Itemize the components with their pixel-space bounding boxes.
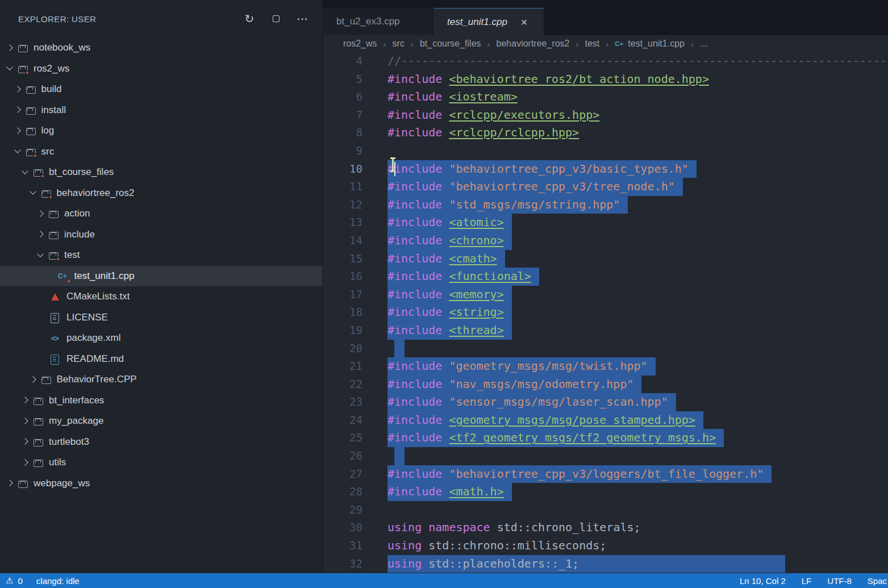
code-token: "sensor_msgs/msg/laser_scan.hpp" bbox=[449, 395, 668, 408]
tree-item-include[interactable]: include bbox=[0, 224, 322, 245]
tree-item-test_unit1.cpp[interactable]: C+test_unit1.cpp bbox=[0, 266, 322, 287]
tree-item-behaviortree_ros2[interactable]: behaviortree_ros2 bbox=[0, 183, 322, 204]
tree-item-BehaviorTree.CPP[interactable]: BehaviorTree.CPP bbox=[0, 369, 322, 390]
tree-item-notebook_ws[interactable]: notebook_ws bbox=[0, 37, 322, 59]
code-line-30[interactable]: 30using namespace std::chrono_literals; bbox=[323, 519, 888, 537]
chevron-right-icon bbox=[12, 84, 23, 95]
collapse-folders-icon[interactable] bbox=[270, 13, 282, 24]
code-line-14[interactable]: 14#include <chrono> bbox=[323, 232, 888, 250]
chevron-right-icon bbox=[12, 105, 23, 115]
encoding-indicator[interactable]: UTF-8 bbox=[827, 576, 852, 586]
eol-indicator[interactable]: LF bbox=[802, 576, 812, 586]
code-line-22[interactable]: 22#include "nav_msgs/msg/odometry.hpp" bbox=[323, 376, 888, 394]
tree-item-README.md[interactable]: README.md bbox=[0, 349, 322, 370]
tree-item-build[interactable]: build bbox=[0, 79, 322, 100]
git-modified-dot bbox=[25, 70, 30, 75]
code-line-29[interactable]: 29 bbox=[323, 501, 888, 519]
code-line-11[interactable]: 11#include "behaviortree_cpp_v3/tree_nod… bbox=[323, 178, 888, 196]
code-line-20[interactable]: 20 bbox=[323, 340, 888, 358]
tree-item-label: LICENSE bbox=[66, 312, 108, 323]
code-text bbox=[387, 447, 405, 465]
code-text: #include <math.h> bbox=[387, 483, 512, 501]
tab-bt_u2_ex3.cpp[interactable]: bt_u2_ex3.cpp bbox=[323, 8, 433, 35]
cursor-position[interactable]: Ln 10, Col 2 bbox=[740, 576, 786, 586]
explorer-sidebar: EXPLORER: USER ↻ ··· notebook_wsros2_wsb… bbox=[0, 0, 323, 573]
code-line-19[interactable]: 19#include <thread> bbox=[323, 322, 888, 340]
code-text: #include <thread> bbox=[387, 322, 512, 340]
selection-highlight: #include "nav_msgs/msg/odometry.hpp" bbox=[387, 376, 641, 394]
breadcrumb-item[interactable]: test_unit1.cpp bbox=[628, 39, 685, 49]
breadcrumb-separator: › bbox=[487, 39, 490, 49]
tree-item-ros2_ws[interactable]: ros2_ws bbox=[0, 59, 322, 80]
tree-item-turtlebot3[interactable]: turtlebot3 bbox=[0, 432, 322, 453]
tree-item-CMakeLists.txt[interactable]: CMakeLists.txt bbox=[0, 286, 322, 307]
code-line-9[interactable]: 9 bbox=[323, 142, 888, 160]
tree-item-log[interactable]: log bbox=[0, 120, 322, 141]
code-line-26[interactable]: 26 bbox=[323, 447, 888, 465]
breadcrumb-item[interactable]: bt_course_files bbox=[420, 39, 481, 49]
tree-item-action[interactable]: action bbox=[0, 203, 322, 224]
selection-highlight: #include <geometry_msgs/msg/pose_stamped… bbox=[387, 411, 703, 429]
tree-item-webpage_ws[interactable]: webpage_ws bbox=[0, 473, 322, 494]
tab-test_unit1.cpp[interactable]: test_unit1.cpp× bbox=[433, 8, 544, 35]
code-token: #include bbox=[387, 305, 449, 319]
tree-item-package.xml[interactable]: <>package.xml bbox=[0, 328, 322, 349]
line-number: 31 bbox=[323, 537, 362, 555]
code-line-23[interactable]: 23#include "sensor_msgs/msg/laser_scan.h… bbox=[323, 393, 888, 411]
breadcrumb-item[interactable]: src bbox=[393, 39, 405, 49]
code-line-28[interactable]: 28#include <math.h> bbox=[323, 483, 888, 501]
language-server-status[interactable]: clangd: idle bbox=[36, 576, 80, 586]
code-line-15[interactable]: 15#include <cmath> bbox=[323, 250, 888, 268]
tree-item-test[interactable]: test bbox=[0, 245, 322, 266]
tree-item-label: build bbox=[41, 84, 62, 95]
tree-item-bt_interfaces[interactable]: bt_interfaces bbox=[0, 390, 322, 411]
code-line-8[interactable]: 8#include <rclcpp/rclcpp.hpp> bbox=[323, 124, 888, 142]
code-text: using namespace std::chrono_literals; bbox=[387, 519, 641, 537]
breadcrumb-item[interactable]: ... bbox=[700, 39, 707, 49]
code-line-7[interactable]: 7#include <rclcpp/executors.hpp> bbox=[323, 106, 888, 124]
code-line-27[interactable]: 27#include "behaviortree_cpp_v3/loggers/… bbox=[323, 465, 888, 483]
code-line-13[interactable]: 13#include <atomic> bbox=[323, 214, 888, 232]
line-number: 20 bbox=[323, 340, 362, 358]
code-line-18[interactable]: 18#include <string> bbox=[323, 303, 888, 322]
breadcrumb-item[interactable]: test bbox=[585, 39, 600, 49]
chevron-right-icon bbox=[5, 478, 15, 489]
code-line-4[interactable]: 4//-------------------------------------… bbox=[323, 52, 888, 70]
tree-item-utils[interactable]: utils bbox=[0, 452, 322, 473]
code-line-6[interactable]: 6#include <iostream> bbox=[323, 88, 888, 106]
line-number: 5 bbox=[323, 70, 362, 89]
code-token: #include bbox=[387, 413, 449, 427]
code-line-17[interactable]: 17#include <memory> bbox=[323, 286, 888, 304]
tree-item-install[interactable]: install bbox=[0, 100, 322, 121]
tree-item-my_package[interactable]: my_package bbox=[0, 411, 322, 432]
tree-item-src[interactable]: src bbox=[0, 141, 322, 162]
line-number: 28 bbox=[323, 483, 362, 501]
code-line-32[interactable]: 32using std::placeholders::_1; bbox=[323, 555, 888, 573]
code-line-16[interactable]: 16#include <functional> bbox=[323, 268, 888, 286]
code-line-24[interactable]: 24#include <geometry_msgs/msg/pose_stamp… bbox=[323, 411, 888, 429]
indentation-indicator[interactable]: Spac bbox=[868, 576, 887, 586]
code-token: std::chrono::milliseconds; bbox=[422, 539, 606, 552]
refresh-icon[interactable]: ↻ bbox=[244, 13, 255, 24]
code-line-12[interactable]: 12#include "std_msgs/msg/string.hpp" bbox=[323, 196, 888, 214]
explorer-actions: ↻ ··· bbox=[244, 13, 308, 24]
selection-highlight: #include <thread> bbox=[387, 322, 512, 340]
close-icon[interactable]: × bbox=[521, 16, 528, 28]
code-token: <cmath> bbox=[449, 252, 497, 265]
breadcrumb-item[interactable]: behaviortree_ros2 bbox=[497, 39, 570, 49]
tree-item-LICENSE[interactable]: LICENSE bbox=[0, 307, 322, 328]
line-number: 15 bbox=[323, 250, 362, 268]
chevron-spacer bbox=[35, 353, 46, 364]
status-problems[interactable]: ⚠ 0 clangd: idle bbox=[6, 576, 80, 586]
tree-item-bt_course_files[interactable]: bt_course_files bbox=[0, 162, 322, 183]
code-line-21[interactable]: 21#include "geometry_msgs/msg/twist.hpp" bbox=[323, 357, 888, 376]
code-line-25[interactable]: 25#include <tf2_geometry_msgs/tf2_geomet… bbox=[323, 429, 888, 447]
code-line-10[interactable]: 10#include "behaviortree_cpp_v3/basic_ty… bbox=[323, 160, 888, 178]
code-editor[interactable]: 4//-------------------------------------… bbox=[323, 52, 888, 573]
text-caret bbox=[394, 162, 395, 176]
more-actions-icon[interactable]: ··· bbox=[297, 13, 308, 24]
breadcrumb-item[interactable]: ros2_ws bbox=[343, 39, 377, 49]
code-line-31[interactable]: 31using std::chrono::milliseconds; bbox=[323, 537, 888, 555]
code-line-5[interactable]: 5#include <behaviortree_ros2/bt_action_n… bbox=[323, 70, 888, 89]
tree-item-label: test_unit1.cpp bbox=[74, 270, 135, 282]
